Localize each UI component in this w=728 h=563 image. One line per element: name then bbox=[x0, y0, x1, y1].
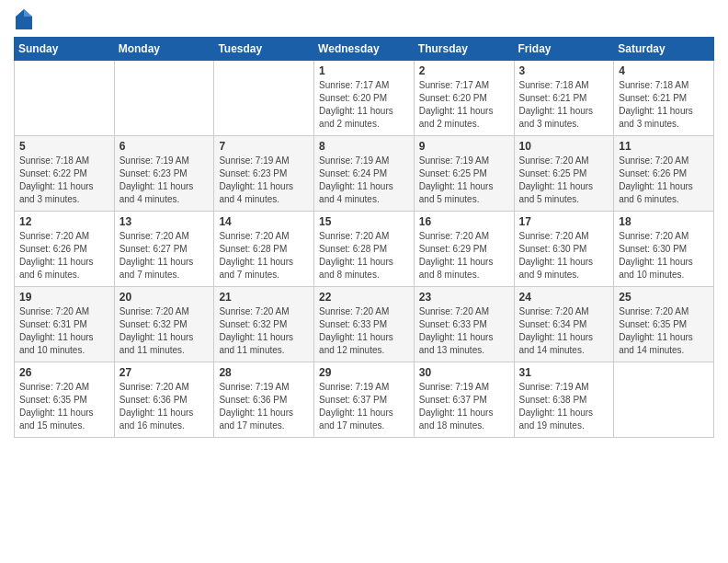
day-number: 26 bbox=[19, 366, 109, 379]
day-info: Sunrise: 7:20 AM Sunset: 6:34 PM Dayligh… bbox=[519, 305, 609, 357]
calendar-cell: 25Sunrise: 7:20 AM Sunset: 6:35 PM Dayli… bbox=[614, 287, 714, 362]
day-info: Sunrise: 7:20 AM Sunset: 6:33 PM Dayligh… bbox=[419, 305, 509, 357]
day-info: Sunrise: 7:20 AM Sunset: 6:35 PM Dayligh… bbox=[19, 381, 109, 432]
day-info: Sunrise: 7:19 AM Sunset: 6:38 PM Dayligh… bbox=[519, 381, 609, 432]
day-number: 21 bbox=[219, 291, 309, 304]
day-number: 7 bbox=[219, 140, 309, 153]
logo-icon bbox=[16, 9, 32, 29]
day-number: 28 bbox=[219, 366, 309, 379]
calendar-cell: 7Sunrise: 7:19 AM Sunset: 6:23 PM Daylig… bbox=[214, 136, 314, 212]
day-number: 11 bbox=[619, 140, 709, 153]
calendar-cell: 3Sunrise: 7:18 AM Sunset: 6:21 PM Daylig… bbox=[514, 61, 614, 136]
calendar-cell: 13Sunrise: 7:20 AM Sunset: 6:27 PM Dayli… bbox=[114, 212, 214, 287]
day-number: 5 bbox=[19, 140, 109, 153]
day-info: Sunrise: 7:20 AM Sunset: 6:32 PM Dayligh… bbox=[119, 305, 210, 357]
day-info: Sunrise: 7:20 AM Sunset: 6:30 PM Dayligh… bbox=[619, 230, 709, 282]
calendar-cell bbox=[614, 362, 714, 438]
calendar-cell: 10Sunrise: 7:20 AM Sunset: 6:25 PM Dayli… bbox=[514, 136, 614, 212]
day-info: Sunrise: 7:20 AM Sunset: 6:29 PM Dayligh… bbox=[419, 230, 509, 282]
day-info: Sunrise: 7:19 AM Sunset: 6:36 PM Dayligh… bbox=[219, 381, 309, 432]
calendar-cell bbox=[15, 61, 115, 136]
day-number: 18 bbox=[619, 215, 709, 228]
day-info: Sunrise: 7:20 AM Sunset: 6:26 PM Dayligh… bbox=[619, 155, 709, 206]
day-info: Sunrise: 7:20 AM Sunset: 6:33 PM Dayligh… bbox=[319, 305, 409, 357]
day-info: Sunrise: 7:20 AM Sunset: 6:25 PM Dayligh… bbox=[519, 155, 609, 206]
day-info: Sunrise: 7:20 AM Sunset: 6:30 PM Dayligh… bbox=[519, 230, 609, 282]
day-info: Sunrise: 7:19 AM Sunset: 6:37 PM Dayligh… bbox=[319, 381, 409, 432]
calendar-week-1: 1Sunrise: 7:17 AM Sunset: 6:20 PM Daylig… bbox=[15, 61, 714, 136]
day-number: 9 bbox=[419, 140, 509, 153]
day-number: 3 bbox=[519, 64, 609, 77]
calendar-cell: 14Sunrise: 7:20 AM Sunset: 6:28 PM Dayli… bbox=[214, 212, 314, 287]
calendar-cell: 23Sunrise: 7:20 AM Sunset: 6:33 PM Dayli… bbox=[414, 287, 514, 362]
day-info: Sunrise: 7:19 AM Sunset: 6:23 PM Dayligh… bbox=[119, 155, 210, 206]
day-number: 30 bbox=[419, 366, 509, 379]
calendar-cell: 22Sunrise: 7:20 AM Sunset: 6:33 PM Dayli… bbox=[314, 287, 415, 362]
day-info: Sunrise: 7:18 AM Sunset: 6:21 PM Dayligh… bbox=[619, 79, 709, 131]
calendar-cell: 11Sunrise: 7:20 AM Sunset: 6:26 PM Dayli… bbox=[614, 136, 714, 212]
calendar-week-5: 26Sunrise: 7:20 AM Sunset: 6:35 PM Dayli… bbox=[15, 362, 714, 438]
day-number: 2 bbox=[419, 64, 509, 77]
day-info: Sunrise: 7:17 AM Sunset: 6:20 PM Dayligh… bbox=[319, 79, 409, 131]
calendar-week-2: 5Sunrise: 7:18 AM Sunset: 6:22 PM Daylig… bbox=[15, 136, 714, 212]
calendar-cell: 26Sunrise: 7:20 AM Sunset: 6:35 PM Dayli… bbox=[15, 362, 115, 438]
day-number: 1 bbox=[319, 64, 409, 77]
day-number: 12 bbox=[19, 215, 109, 228]
calendar-cell: 8Sunrise: 7:19 AM Sunset: 6:24 PM Daylig… bbox=[314, 136, 415, 212]
calendar-cell: 5Sunrise: 7:18 AM Sunset: 6:22 PM Daylig… bbox=[15, 136, 115, 212]
calendar-cell: 20Sunrise: 7:20 AM Sunset: 6:32 PM Dayli… bbox=[114, 287, 214, 362]
logo bbox=[14, 9, 36, 29]
weekday-header-sunday: Sunday bbox=[15, 38, 115, 61]
day-number: 27 bbox=[119, 366, 210, 379]
day-info: Sunrise: 7:18 AM Sunset: 6:21 PM Dayligh… bbox=[519, 79, 609, 131]
day-number: 24 bbox=[519, 291, 609, 304]
day-info: Sunrise: 7:20 AM Sunset: 6:31 PM Dayligh… bbox=[19, 305, 109, 357]
calendar-cell: 15Sunrise: 7:20 AM Sunset: 6:28 PM Dayli… bbox=[314, 212, 415, 287]
day-info: Sunrise: 7:18 AM Sunset: 6:22 PM Dayligh… bbox=[19, 155, 109, 206]
day-number: 20 bbox=[119, 291, 210, 304]
header bbox=[14, 9, 714, 29]
day-info: Sunrise: 7:19 AM Sunset: 6:23 PM Dayligh… bbox=[219, 155, 309, 206]
day-info: Sunrise: 7:20 AM Sunset: 6:36 PM Dayligh… bbox=[119, 381, 210, 432]
day-number: 4 bbox=[619, 64, 709, 77]
calendar-cell: 31Sunrise: 7:19 AM Sunset: 6:38 PM Dayli… bbox=[514, 362, 614, 438]
day-number: 22 bbox=[319, 291, 409, 304]
weekday-header-row: SundayMondayTuesdayWednesdayThursdayFrid… bbox=[15, 38, 714, 61]
calendar-table: SundayMondayTuesdayWednesdayThursdayFrid… bbox=[14, 37, 714, 438]
weekday-header-saturday: Saturday bbox=[614, 38, 714, 61]
calendar-cell: 9Sunrise: 7:19 AM Sunset: 6:25 PM Daylig… bbox=[414, 136, 514, 212]
calendar-week-4: 19Sunrise: 7:20 AM Sunset: 6:31 PM Dayli… bbox=[15, 287, 714, 362]
calendar-cell: 28Sunrise: 7:19 AM Sunset: 6:36 PM Dayli… bbox=[214, 362, 314, 438]
day-number: 31 bbox=[519, 366, 609, 379]
day-number: 19 bbox=[19, 291, 109, 304]
day-number: 14 bbox=[219, 215, 309, 228]
calendar-cell: 30Sunrise: 7:19 AM Sunset: 6:37 PM Dayli… bbox=[414, 362, 514, 438]
day-number: 10 bbox=[519, 140, 609, 153]
day-info: Sunrise: 7:20 AM Sunset: 6:28 PM Dayligh… bbox=[219, 230, 309, 282]
svg-marker-1 bbox=[24, 9, 32, 17]
day-info: Sunrise: 7:19 AM Sunset: 6:37 PM Dayligh… bbox=[419, 381, 509, 432]
calendar-cell: 24Sunrise: 7:20 AM Sunset: 6:34 PM Dayli… bbox=[514, 287, 614, 362]
day-number: 13 bbox=[119, 215, 210, 228]
day-number: 17 bbox=[519, 215, 609, 228]
day-info: Sunrise: 7:20 AM Sunset: 6:32 PM Dayligh… bbox=[219, 305, 309, 357]
day-info: Sunrise: 7:20 AM Sunset: 6:27 PM Dayligh… bbox=[119, 230, 210, 282]
day-number: 8 bbox=[319, 140, 409, 153]
page: SundayMondayTuesdayWednesdayThursdayFrid… bbox=[0, 0, 728, 563]
day-info: Sunrise: 7:20 AM Sunset: 6:26 PM Dayligh… bbox=[19, 230, 109, 282]
calendar-cell: 19Sunrise: 7:20 AM Sunset: 6:31 PM Dayli… bbox=[15, 287, 115, 362]
calendar-cell: 21Sunrise: 7:20 AM Sunset: 6:32 PM Dayli… bbox=[214, 287, 314, 362]
weekday-header-thursday: Thursday bbox=[414, 38, 514, 61]
calendar-cell: 12Sunrise: 7:20 AM Sunset: 6:26 PM Dayli… bbox=[15, 212, 115, 287]
weekday-header-wednesday: Wednesday bbox=[314, 38, 415, 61]
weekday-header-friday: Friday bbox=[514, 38, 614, 61]
weekday-header-tuesday: Tuesday bbox=[214, 38, 314, 61]
day-number: 23 bbox=[419, 291, 509, 304]
calendar-cell: 29Sunrise: 7:19 AM Sunset: 6:37 PM Dayli… bbox=[314, 362, 415, 438]
day-info: Sunrise: 7:20 AM Sunset: 6:35 PM Dayligh… bbox=[619, 305, 709, 357]
calendar-cell: 4Sunrise: 7:18 AM Sunset: 6:21 PM Daylig… bbox=[614, 61, 714, 136]
calendar-cell bbox=[114, 61, 214, 136]
calendar-body: 1Sunrise: 7:17 AM Sunset: 6:20 PM Daylig… bbox=[15, 61, 714, 438]
calendar-cell bbox=[214, 61, 314, 136]
day-number: 29 bbox=[319, 366, 409, 379]
